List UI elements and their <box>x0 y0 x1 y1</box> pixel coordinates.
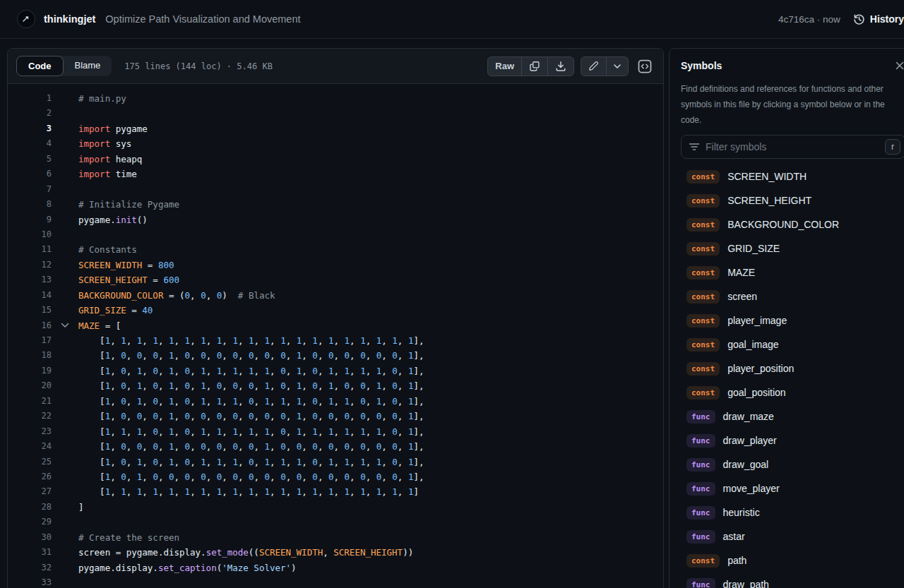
close-symbols-button[interactable] <box>894 60 904 71</box>
line-number[interactable]: 19 <box>8 364 52 378</box>
line-number[interactable]: 20 <box>8 378 52 393</box>
line-number[interactable]: 1 <box>8 91 52 106</box>
line-number[interactable]: 17 <box>8 333 52 348</box>
symbol-item[interactable]: constBACKGROUND_COLOR <box>681 212 904 236</box>
symbol-item[interactable]: constpath <box>681 548 904 572</box>
filter-symbols-input[interactable] <box>706 141 885 152</box>
fold-cell <box>52 272 78 287</box>
line-number[interactable]: 26 <box>8 469 52 484</box>
line-number[interactable]: 10 <box>8 227 52 242</box>
symbol-item[interactable]: funcdraw_path <box>681 572 904 588</box>
fold-cell <box>52 424 78 439</box>
symbol-item[interactable]: constgoal_position <box>681 380 904 404</box>
code-line: 30# Create the screen <box>8 530 663 545</box>
fold-cell <box>52 182 78 197</box>
symbol-name: goal_image <box>727 339 778 350</box>
symbol-item[interactable]: constscreen <box>681 284 904 308</box>
symbol-item[interactable]: funcastar <box>681 524 904 548</box>
line-number[interactable]: 12 <box>8 258 52 272</box>
code-line: 4import sys <box>8 136 663 151</box>
symbol-item[interactable]: constSCREEN_WIDTH <box>681 164 904 188</box>
line-number[interactable]: 14 <box>8 288 52 303</box>
line-number[interactable]: 18 <box>8 348 52 363</box>
fold-cell <box>52 500 78 515</box>
symbol-kind-badge: func <box>686 434 715 448</box>
fold-cell <box>52 515 78 529</box>
code-line: 24 [1, 0, 0, 0, 1, 0, 0, 0, 0, 0, 1, 0, … <box>8 439 663 454</box>
line-number[interactable]: 29 <box>8 515 52 529</box>
line-number[interactable]: 7 <box>8 182 52 197</box>
symbol-item[interactable]: funcdraw_player <box>681 428 904 452</box>
code-text: # Constants <box>78 242 663 257</box>
line-number[interactable]: 8 <box>8 197 52 212</box>
shortcut-key-badge: r <box>885 139 900 155</box>
code-line: 21 [1, 0, 1, 0, 1, 0, 1, 1, 1, 0, 1, 1, … <box>8 394 663 409</box>
line-number[interactable]: 27 <box>8 484 52 499</box>
collapse-toggle[interactable] <box>52 318 78 333</box>
line-number[interactable]: 25 <box>8 455 52 469</box>
line-number[interactable]: 13 <box>8 272 52 287</box>
line-number[interactable]: 22 <box>8 409 52 424</box>
code-text <box>78 106 663 121</box>
history-button[interactable]: History <box>853 13 904 25</box>
line-number[interactable]: 11 <box>8 242 52 257</box>
avatar[interactable] <box>17 10 35 28</box>
download-button[interactable] <box>547 57 573 76</box>
symbol-item[interactable]: constplayer_position <box>681 356 904 380</box>
line-number[interactable]: 4 <box>8 136 52 151</box>
code-line: 33 <box>8 575 663 588</box>
symbol-item[interactable]: funcmove_player <box>681 476 904 500</box>
symbol-item[interactable]: constplayer_image <box>681 308 904 332</box>
copy-icon <box>529 61 540 72</box>
symbol-item[interactable]: constMAZE <box>681 260 904 284</box>
code-text: ] <box>78 500 663 515</box>
line-number[interactable]: 5 <box>8 152 52 167</box>
symbol-name: GRID_SIZE <box>727 243 780 254</box>
symbol-name: SCREEN_HEIGHT <box>727 195 811 206</box>
code-text: # main.py <box>78 91 663 106</box>
code-line: 12SCREEN_WIDTH = 800 <box>8 258 663 272</box>
symbol-kind-badge: const <box>686 386 720 400</box>
line-number[interactable]: 32 <box>8 560 52 575</box>
symbol-item[interactable]: constgoal_image <box>681 332 904 356</box>
code-text: [1, 0, 0, 0, 1, 0, 0, 0, 0, 0, 0, 0, 1, … <box>78 348 663 363</box>
symbol-item[interactable]: funcdraw_maze <box>681 404 904 428</box>
line-number[interactable]: 6 <box>8 167 52 181</box>
symbol-kind-badge: const <box>686 362 720 376</box>
line-number[interactable]: 3 <box>8 121 52 136</box>
symbol-item[interactable]: funcdraw_goal <box>681 452 904 476</box>
edit-dropdown-button[interactable] <box>606 57 628 76</box>
line-number[interactable]: 9 <box>8 212 52 227</box>
copy-button[interactable] <box>521 57 547 76</box>
symbol-item[interactable]: constGRID_SIZE <box>681 236 904 260</box>
symbol-item[interactable]: funcheuristic <box>681 500 904 524</box>
code-text: GRID_SIZE = 40 <box>78 303 663 318</box>
line-number[interactable]: 30 <box>8 530 52 545</box>
line-number[interactable]: 28 <box>8 500 52 515</box>
fold-cell <box>52 91 78 106</box>
symbol-kind-badge: const <box>686 554 720 568</box>
code-line: 16MAZE = [ <box>8 318 663 333</box>
symbols-toggle-button[interactable] <box>635 56 655 76</box>
symbol-item[interactable]: constSCREEN_HEIGHT <box>681 188 904 212</box>
line-number[interactable]: 16 <box>8 318 52 333</box>
pencil-icon <box>588 61 599 71</box>
code-text: import sys <box>78 136 663 151</box>
raw-button[interactable]: Raw <box>488 57 521 76</box>
fold-cell <box>52 152 78 167</box>
line-number[interactable]: 2 <box>8 106 52 121</box>
tab-blame[interactable]: Blame <box>64 56 112 76</box>
code-blame-switch: Code Blame <box>16 56 112 76</box>
symbol-name: heuristic <box>723 507 760 518</box>
edit-button[interactable] <box>581 57 606 76</box>
code-text: SCREEN_HEIGHT = 600 <box>78 272 663 287</box>
line-number[interactable]: 24 <box>8 439 52 454</box>
line-number[interactable]: 33 <box>8 575 52 588</box>
line-number[interactable]: 21 <box>8 394 52 409</box>
line-number[interactable]: 31 <box>8 545 52 560</box>
top-header: thinkingjet Optimize Path Visualization … <box>0 0 904 39</box>
tab-code[interactable]: Code <box>16 56 64 76</box>
line-number[interactable]: 15 <box>8 303 52 318</box>
code-line: 2 <box>8 106 663 121</box>
line-number[interactable]: 23 <box>8 424 52 439</box>
